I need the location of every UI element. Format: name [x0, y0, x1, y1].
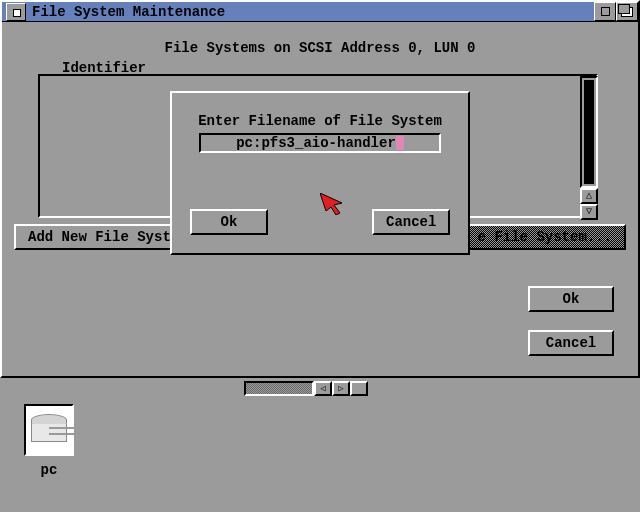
- main-buttons: Ok Cancel: [528, 286, 614, 356]
- update-filesystem-button[interactable]: e File System...: [464, 224, 626, 250]
- hscroll-left-arrow[interactable]: ◁: [314, 381, 332, 396]
- cancel-button[interactable]: Cancel: [528, 330, 614, 356]
- dialog-label: Enter Filename of File System: [172, 113, 468, 129]
- scroll-track[interactable]: [580, 76, 598, 188]
- filename-input[interactable]: pc:pfs3_aio-handler: [199, 133, 441, 153]
- text-cursor: [396, 136, 404, 150]
- identifier-label: Identifier: [62, 60, 146, 76]
- close-gadget[interactable]: [6, 3, 26, 21]
- zoom-gadget[interactable]: [594, 2, 616, 21]
- svg-marker-0: [320, 193, 342, 215]
- dialog-cancel-button[interactable]: Cancel: [372, 209, 450, 235]
- hscroll-track[interactable]: [244, 381, 314, 396]
- filename-value: pc:pfs3_aio-handler: [236, 135, 396, 151]
- scroll-down-arrow[interactable]: ▽: [580, 204, 598, 220]
- vertical-scrollbar[interactable]: △ ▽: [580, 76, 598, 220]
- scroll-up-arrow[interactable]: △: [580, 188, 598, 204]
- horizontal-scrollbar[interactable]: ◁ ▷: [244, 381, 368, 396]
- ok-button[interactable]: Ok: [528, 286, 614, 312]
- drive-label: pc: [22, 462, 76, 478]
- depth-gadget[interactable]: [616, 2, 638, 21]
- filename-dialog: Enter Filename of File System pc:pfs3_ai…: [170, 91, 470, 255]
- hscroll-right-arrow[interactable]: ▷: [332, 381, 350, 396]
- pointer-cursor-icon: [320, 193, 346, 215]
- drive-icon: [24, 404, 74, 456]
- add-filesystem-button[interactable]: Add New File Syst: [14, 224, 185, 250]
- dialog-ok-button[interactable]: Ok: [190, 209, 268, 235]
- desktop-drive-icon[interactable]: pc: [22, 404, 76, 478]
- subtitle: File Systems on SCSI Address 0, LUN 0: [2, 40, 638, 56]
- window-title: File System Maintenance: [32, 4, 225, 20]
- titlebar[interactable]: File System Maintenance: [2, 2, 638, 22]
- hscroll-size-gadget[interactable]: [350, 381, 368, 396]
